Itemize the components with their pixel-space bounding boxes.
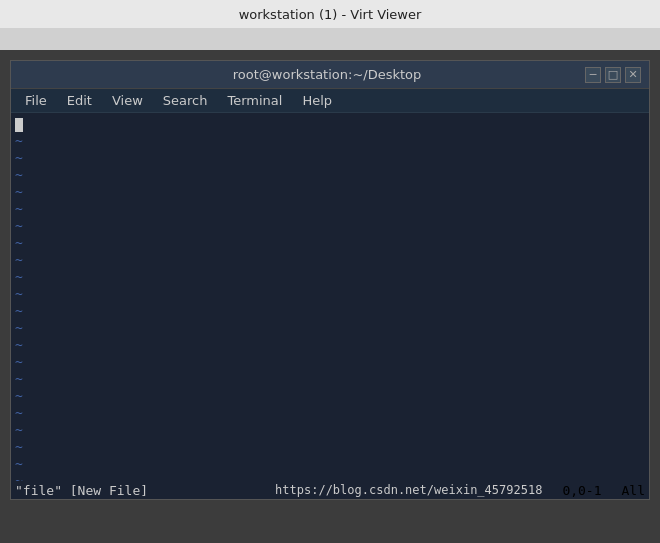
vim-line-19: ~ (11, 421, 649, 438)
vim-line-14: ~ (11, 336, 649, 353)
menu-help[interactable]: Help (294, 91, 340, 110)
terminal-titlebar: root@workstation:~/Desktop ─ □ ✕ (11, 61, 649, 89)
virt-viewer-outer: workstation (1) - Virt Viewer root@works… (0, 0, 660, 543)
vim-line-21: ~ (11, 455, 649, 472)
terminal-wm-buttons: ─ □ ✕ (585, 67, 641, 83)
vim-line-16: ~ (11, 370, 649, 387)
vim-status-pos: 0,0-1 (562, 483, 601, 498)
vim-line-7: ~ (11, 217, 649, 234)
vim-line-20: ~ (11, 438, 649, 455)
vim-status-url: https://blog.csdn.net/weixin_45792518 (275, 483, 542, 497)
menu-edit[interactable]: Edit (59, 91, 100, 110)
vim-line-1 (11, 115, 649, 132)
virt-viewer-toolbar (0, 28, 660, 50)
vim-line-22: ~ (11, 472, 649, 481)
vim-line-3: ~ (11, 149, 649, 166)
vim-line-5: ~ (11, 183, 649, 200)
vim-line-10: ~ (11, 268, 649, 285)
vim-line-8: ~ (11, 234, 649, 251)
vim-line-17: ~ (11, 387, 649, 404)
virt-viewer-content: root@workstation:~/Desktop ─ □ ✕ File Ed… (0, 50, 660, 543)
menu-file[interactable]: File (17, 91, 55, 110)
minimize-button[interactable]: ─ (585, 67, 601, 83)
virt-viewer-title: workstation (1) - Virt Viewer (239, 7, 422, 22)
terminal-window: root@workstation:~/Desktop ─ □ ✕ File Ed… (10, 60, 650, 500)
vim-editor: ~ ~ ~ ~ ~ ~ ~ ~ ~ ~ ~ ~ ~ ~ ~ (11, 113, 649, 481)
vim-line-18: ~ (11, 404, 649, 421)
virt-viewer-titlebar: workstation (1) - Virt Viewer (0, 0, 660, 28)
vim-lines: ~ ~ ~ ~ ~ ~ ~ ~ ~ ~ ~ ~ ~ ~ ~ (11, 113, 649, 481)
menu-terminal[interactable]: Terminal (219, 91, 290, 110)
vim-statusbar: "file" [New File] https://blog.csdn.net/… (11, 481, 649, 499)
vim-line-13: ~ (11, 319, 649, 336)
vim-line-4: ~ (11, 166, 649, 183)
maximize-button[interactable]: □ (605, 67, 621, 83)
vim-cursor-line (11, 115, 27, 132)
vim-line-6: ~ (11, 200, 649, 217)
vim-main[interactable]: ~ ~ ~ ~ ~ ~ ~ ~ ~ ~ ~ ~ ~ ~ ~ (11, 113, 649, 481)
vim-line-9: ~ (11, 251, 649, 268)
vim-status-all: All (622, 483, 645, 498)
terminal-title: root@workstation:~/Desktop (69, 67, 585, 82)
menu-view[interactable]: View (104, 91, 151, 110)
vim-line-11: ~ (11, 285, 649, 302)
vim-line-2: ~ (11, 132, 649, 149)
vim-status-filename: "file" [New File] (15, 483, 148, 498)
menu-search[interactable]: Search (155, 91, 216, 110)
vim-line-12: ~ (11, 302, 649, 319)
terminal-menubar: File Edit View Search Terminal Help (11, 89, 649, 113)
close-button[interactable]: ✕ (625, 67, 641, 83)
vim-line-15: ~ (11, 353, 649, 370)
